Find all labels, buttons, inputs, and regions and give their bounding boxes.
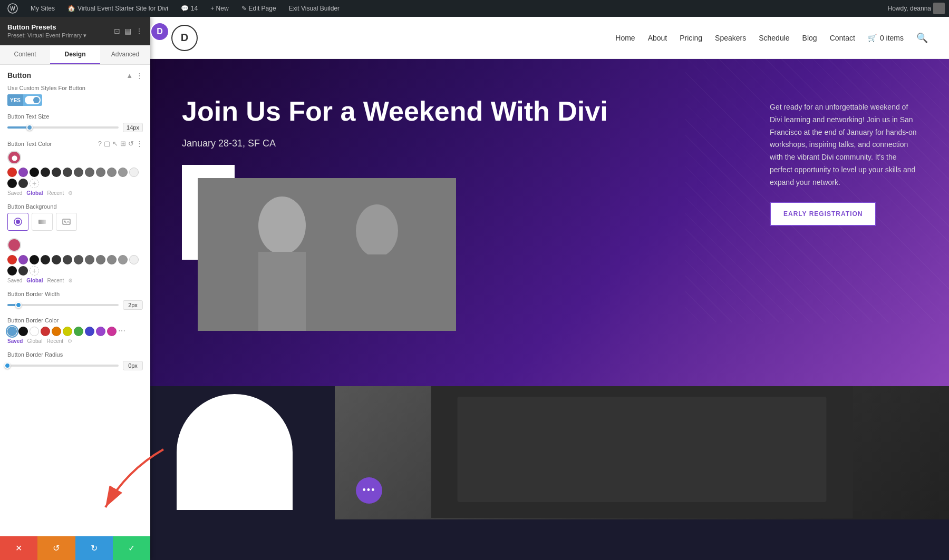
swatch-b4[interactable] [63,168,72,177]
bg-swatch-white[interactable] [129,255,139,264]
bg-swatch-b10[interactable] [7,266,17,276]
swatch-b7[interactable] [96,168,105,177]
nav-speakers[interactable]: Speakers [715,34,746,42]
color-reset-icon[interactable]: ↺ [128,140,134,148]
border-swatch-purple[interactable] [96,327,105,336]
text-size-track[interactable] [7,126,119,129]
cancel-button[interactable]: ✕ [0,536,37,560]
recent-tab[interactable]: Recent [47,190,64,196]
bg-image-option[interactable] [56,213,77,231]
custom-styles-toggle[interactable]: YES [7,94,42,106]
border-swatch-green[interactable] [74,327,83,336]
bg-swatch-red[interactable] [7,255,17,264]
color-picker-icon[interactable]: ▢ [104,140,110,148]
swatch-b3[interactable] [52,168,61,177]
bg-swatch-b7[interactable] [96,255,105,264]
swatch-purple[interactable] [18,168,28,177]
bg-swatch-b6[interactable] [85,255,94,264]
wp-logo-item[interactable]: W [4,0,21,17]
my-sites-item[interactable]: My Sites [27,0,58,17]
purple-float-circle[interactable]: ••• [356,477,382,504]
reset-button[interactable]: ↺ [37,536,75,560]
edit-page-item[interactable]: ✎ Edit Page [238,0,279,17]
exit-builder-item[interactable]: Exit Visual Builder [286,0,343,17]
swatch-red[interactable] [7,168,17,177]
border-swatch-yellow[interactable] [63,327,72,336]
cart-item[interactable]: 🛒 0 items [868,34,904,42]
panel-toggle-icon[interactable]: ⊡ [114,27,120,35]
bg-swatch-b11[interactable] [18,266,28,276]
border-radius-value[interactable]: 0px [123,361,143,370]
swatch-b11[interactable] [18,179,28,188]
bg-swatch-b2[interactable] [41,255,50,264]
swatch-b9[interactable] [118,168,128,177]
bg-swatch-b3[interactable] [52,255,61,264]
redo-button[interactable]: ↻ [75,536,113,560]
border-recent-tab[interactable]: Recent [46,338,63,344]
panel-subtitle[interactable]: Preset: Virtual Event Primary ▾ [7,32,86,39]
active-color-swatch[interactable]: ⬤ [7,151,21,164]
panel-more-icon[interactable]: ⋮ [135,27,143,35]
border-swatch-red[interactable] [41,327,50,336]
bg-swatch-b4[interactable] [63,255,72,264]
section-more-icon[interactable]: ⋮ [136,72,143,80]
swatch-b10[interactable] [7,179,17,188]
border-radius-track[interactable] [7,365,119,367]
swatch-b1[interactable] [30,168,39,177]
swatch-white[interactable] [129,168,139,177]
nav-about[interactable]: About [648,34,667,42]
tab-design[interactable]: Design [50,45,100,64]
nav-pricing[interactable]: Pricing [680,34,702,42]
bg-swatch-add[interactable]: + [30,266,39,276]
border-swatch-black[interactable] [18,327,28,336]
comments-item[interactable]: 💬 14 [178,0,201,17]
new-item[interactable]: + New [207,0,231,17]
global-tab[interactable]: Global [26,190,43,196]
color-help-icon[interactable]: ? [98,140,102,148]
border-swatch-white[interactable] [30,327,39,336]
bg-swatch-b8[interactable] [107,255,117,264]
border-swatch-blue2[interactable] [85,327,94,336]
nav-blog[interactable]: Blog [802,34,817,42]
bg-active-swatch[interactable] [7,238,21,252]
border-saved-tab[interactable]: Saved [7,338,23,344]
nav-contact[interactable]: Contact [830,34,855,42]
border-width-track[interactable] [7,304,119,306]
text-size-value[interactable]: 14px [123,123,143,132]
color-align-icon[interactable]: ⊞ [120,140,126,148]
saved-tab[interactable]: Saved [7,190,22,196]
border-swatch-blue[interactable] [7,327,17,336]
bg-recent-tab[interactable]: Recent [47,278,64,283]
site-name-item[interactable]: 🏠 Virtual Event Starter Site for Divi [64,0,171,17]
divi-circle-button[interactable]: D [150,22,169,41]
border-swatch-pink[interactable] [107,327,117,336]
color-cursor-icon[interactable]: ↖ [112,140,118,148]
panel-sidebar-icon[interactable]: ▤ [124,27,131,35]
swatch-b8[interactable] [107,168,117,177]
save-button[interactable]: ✓ [113,536,150,560]
border-swatch-orange[interactable] [52,327,61,336]
search-icon[interactable]: 🔍 [916,32,928,44]
border-more-icon[interactable]: ⋯ [118,327,125,336]
swatch-b2[interactable] [41,168,50,177]
bg-swatch-b9[interactable] [118,255,128,264]
bg-swatch-b5[interactable] [74,255,83,264]
border-tab-gear[interactable]: ⚙ [67,338,72,344]
border-width-value[interactable]: 2px [123,300,143,310]
swatch-add[interactable]: + [30,179,39,188]
tab-content[interactable]: Content [0,45,50,64]
color-tab-gear[interactable]: ⚙ [68,190,73,196]
bg-swatch-b1[interactable] [30,255,39,264]
color-more-icon[interactable]: ⋮ [136,140,143,148]
bg-color-option[interactable] [7,213,28,231]
cta-button[interactable]: EARLY REGISTRATION [770,202,876,226]
bg-swatch-purple[interactable] [18,255,28,264]
nav-home[interactable]: Home [615,34,635,42]
bg-saved-tab[interactable]: Saved [7,278,22,283]
swatch-b5[interactable] [74,168,83,177]
nav-schedule[interactable]: Schedule [759,34,789,42]
swatch-b6[interactable] [85,168,94,177]
bg-color-tab-gear[interactable]: ⚙ [68,278,73,283]
section-collapse-icon[interactable]: ▲ [126,72,133,80]
tab-advanced[interactable]: Advanced [100,45,150,64]
